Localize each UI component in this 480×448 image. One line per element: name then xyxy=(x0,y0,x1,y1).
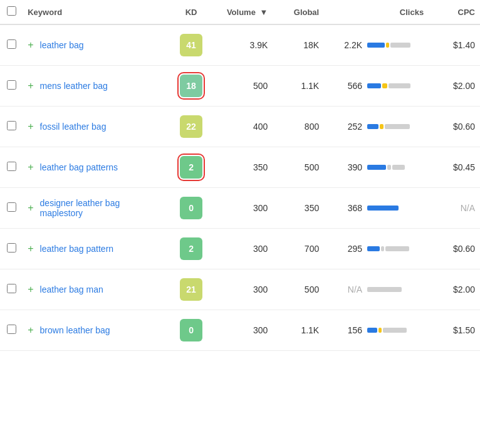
clicks-cell: N/A xyxy=(324,269,429,310)
cpc-cell: N/A xyxy=(429,188,480,229)
select-all-checkbox[interactable] xyxy=(7,6,16,16)
volume-cell: 300 xyxy=(213,269,273,310)
bar-segment-gray xyxy=(389,83,410,88)
keyword-header: Keyword xyxy=(23,0,169,24)
clicks-bar xyxy=(367,43,424,48)
clicks-value: 156 xyxy=(348,325,362,335)
sort-arrow-icon: ▼ xyxy=(260,8,268,17)
clicks-value: 566 xyxy=(348,81,362,91)
clicks-bar xyxy=(367,206,424,211)
keyword-link[interactable]: fossil leather bag xyxy=(40,122,107,132)
cpc-cell: $0.45 xyxy=(429,147,480,188)
global-cell: 18K xyxy=(273,24,324,66)
bar-segment-blue xyxy=(367,83,381,88)
clicks-bar xyxy=(367,124,424,129)
keyword-link[interactable]: designer leather bag maplestory xyxy=(40,198,164,218)
kd-badge: 41 xyxy=(180,34,202,56)
volume-cell: 500 xyxy=(213,66,273,107)
add-keyword-icon[interactable]: + xyxy=(28,162,36,173)
keyword-link[interactable]: mens leather bag xyxy=(40,81,108,91)
add-keyword-icon[interactable]: + xyxy=(28,121,36,132)
global-cell: 800 xyxy=(273,107,324,147)
bar-segment-yellow xyxy=(378,328,382,333)
clicks-cell: 566 xyxy=(324,66,429,107)
add-keyword-icon[interactable]: + xyxy=(28,80,36,91)
volume-cell: 300 xyxy=(213,188,273,229)
row-checkbox[interactable] xyxy=(7,39,16,49)
table-row: + leather bag patterns 2350500390$0.45 xyxy=(0,147,480,188)
cpc-na: N/A xyxy=(461,203,475,213)
bar-segment-blue xyxy=(367,328,377,333)
keyword-link[interactable]: leather bag patterns xyxy=(40,162,118,172)
add-keyword-icon[interactable]: + xyxy=(28,284,36,295)
clicks-cell: 295 xyxy=(324,229,429,269)
bar-segment-gray xyxy=(390,43,410,48)
clicks-bar xyxy=(367,328,424,333)
clicks-bar xyxy=(367,287,424,292)
global-header: Global xyxy=(273,0,324,24)
select-all-header xyxy=(0,0,23,24)
kd-header: KD xyxy=(169,0,213,24)
bar-segment-blue xyxy=(367,43,385,48)
cpc-header: CPC xyxy=(429,0,480,24)
clicks-bar xyxy=(367,83,424,88)
add-keyword-icon[interactable]: + xyxy=(28,39,36,51)
clicks-bar xyxy=(367,165,424,170)
volume-cell: 300 xyxy=(213,229,273,269)
add-keyword-icon[interactable]: + xyxy=(28,243,36,254)
keyword-table: Keyword KD Volume ▼ Global Clicks CPC xyxy=(0,0,480,351)
clicks-cell: 368 xyxy=(324,188,429,229)
bar-segment-blue xyxy=(367,124,378,129)
global-cell: 1.1K xyxy=(273,310,324,351)
global-cell: 500 xyxy=(273,269,324,310)
row-checkbox[interactable] xyxy=(7,202,16,212)
clicks-value: 295 xyxy=(348,244,362,254)
row-checkbox[interactable] xyxy=(7,121,16,130)
volume-cell: 3.9K xyxy=(213,24,273,66)
kd-badge: 21 xyxy=(180,278,202,301)
row-checkbox[interactable] xyxy=(7,284,16,293)
clicks-value: 368 xyxy=(348,203,362,213)
clicks-value: 2.2K xyxy=(344,40,362,50)
keyword-link[interactable]: brown leather bag xyxy=(40,325,110,335)
cpc-cell: $1.50 xyxy=(429,310,480,351)
bar-segment-gray xyxy=(387,165,391,170)
cpc-cell: $2.00 xyxy=(429,66,480,107)
volume-cell: 350 xyxy=(213,147,273,188)
kd-badge: 0 xyxy=(180,197,202,219)
row-checkbox[interactable] xyxy=(7,325,16,334)
bar-segment-gray xyxy=(381,246,384,251)
clicks-value: 252 xyxy=(348,122,362,132)
kd-badge: 2 xyxy=(180,156,202,179)
row-checkbox[interactable] xyxy=(7,162,16,171)
bar-segment-gray xyxy=(385,246,409,251)
row-checkbox[interactable] xyxy=(7,243,16,253)
global-cell: 700 xyxy=(273,229,324,269)
cpc-cell: $1.40 xyxy=(429,24,480,66)
row-checkbox[interactable] xyxy=(7,80,16,90)
bar-segment-yellow xyxy=(386,43,389,48)
table-row: + fossil leather bag 22400800252$0.60 xyxy=(0,107,480,147)
clicks-cell: 390 xyxy=(324,147,429,188)
kd-badge: 18 xyxy=(180,75,202,97)
clicks-cell: 2.2K xyxy=(324,24,429,66)
kd-badge: 0 xyxy=(180,319,202,341)
bar-segment-blue xyxy=(367,206,399,211)
kd-badge: 2 xyxy=(180,237,202,260)
kd-badge: 22 xyxy=(180,115,202,138)
clicks-value: 390 xyxy=(348,162,362,172)
volume-header[interactable]: Volume ▼ xyxy=(213,0,273,24)
table-row: + mens leather bag 185001.1K566$2.00 xyxy=(0,66,480,107)
keyword-link[interactable]: leather bag pattern xyxy=(40,244,114,254)
add-keyword-icon[interactable]: + xyxy=(28,202,36,214)
clicks-cell: 156 xyxy=(324,310,429,351)
add-keyword-icon[interactable]: + xyxy=(28,325,36,336)
volume-cell: 400 xyxy=(213,107,273,147)
keyword-link[interactable]: leather bag man xyxy=(40,284,103,294)
cpc-cell: $0.60 xyxy=(429,107,480,147)
cpc-cell: $0.60 xyxy=(429,229,480,269)
clicks-header: Clicks xyxy=(324,0,429,24)
global-cell: 1.1K xyxy=(273,66,324,107)
keyword-link[interactable]: leather bag xyxy=(40,40,84,50)
bar-segment-gray xyxy=(367,287,402,292)
